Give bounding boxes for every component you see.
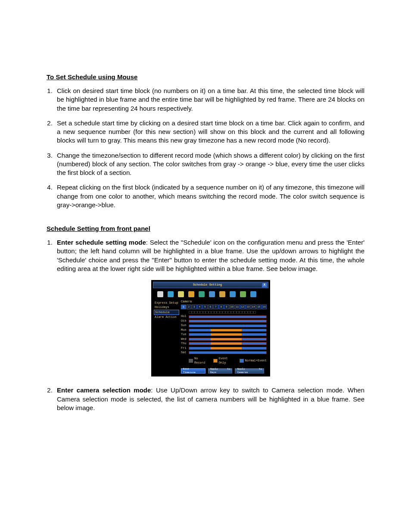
time-segment[interactable]	[211, 347, 242, 349]
camera-number-row[interactable]: 12345678910111213141516	[181, 305, 267, 309]
camera-cell[interactable]: 7	[213, 305, 218, 309]
time-segment[interactable]	[189, 338, 211, 340]
camera-cell[interactable]: 2	[187, 305, 192, 309]
legend-swatch	[189, 359, 193, 363]
time-segment[interactable]	[242, 333, 266, 336]
camera-cell[interactable]: 5	[202, 305, 208, 309]
time-segment[interactable]	[189, 325, 266, 327]
step-mouse-1: Click on desired start time block (no nu…	[54, 87, 364, 113]
time-segment[interactable]	[189, 320, 266, 322]
schedule-row[interactable]: Wed	[181, 337, 267, 341]
schedule-row[interactable]: Sat	[181, 351, 267, 355]
toolbar-icon[interactable]	[250, 291, 256, 297]
day-label: Hol	[181, 314, 189, 318]
camera-cell[interactable]: 15	[256, 305, 262, 309]
step-fp-1-bold: Enter schedule setting mode	[57, 239, 146, 246]
camera-cell[interactable]: 3	[192, 305, 197, 309]
toolbar-icon[interactable]	[209, 291, 215, 297]
camera-cell[interactable]: 6	[208, 305, 213, 309]
schedule-row[interactable]: Tue	[181, 333, 267, 336]
camera-cell[interactable]: 8	[219, 305, 224, 309]
time-segment[interactable]	[242, 329, 266, 331]
time-bar[interactable]	[189, 351, 267, 354]
camera-cell[interactable]: 16	[262, 305, 267, 309]
camera-cell[interactable]: 10	[230, 305, 235, 309]
time-bar[interactable]	[189, 347, 267, 350]
config-toolbar	[153, 289, 268, 300]
day-label: Mon	[181, 328, 189, 332]
day-label: Sun	[181, 324, 189, 327]
time-segment[interactable]	[189, 347, 211, 349]
schedule-row[interactable]: Thu	[181, 342, 267, 345]
time-segment[interactable]	[242, 347, 266, 349]
toolbar-icon[interactable]	[240, 291, 246, 297]
toolbar-icon[interactable]	[178, 291, 184, 297]
legend-item: Event Only	[213, 357, 237, 365]
window-titlebar: Schedule Setting X	[153, 282, 268, 288]
hour-scale	[189, 311, 267, 314]
schedule-row[interactable]: Fri	[181, 346, 267, 350]
day-label: Fri	[181, 346, 189, 350]
toolbar-icon[interactable]	[219, 291, 225, 297]
ol-frontpanel-steps: Enter schedule setting mode: Select the …	[54, 238, 364, 412]
sidebar-item-holidays[interactable]: Holidays	[154, 305, 179, 309]
sidebar-item-schedule[interactable]: Schedule	[154, 310, 179, 315]
sidebar-item-alarm-action[interactable]: Alarm Action	[154, 315, 179, 319]
time-bar[interactable]	[189, 338, 267, 341]
toolbar-icon[interactable]	[168, 291, 174, 297]
camera-cell[interactable]: 9	[224, 305, 229, 309]
time-bar[interactable]	[189, 315, 267, 318]
time-segment[interactable]	[189, 329, 211, 331]
time-segment[interactable]	[242, 338, 266, 340]
camera-cell[interactable]: 1	[181, 305, 186, 309]
legend-swatch	[213, 359, 218, 363]
schedule-row[interactable]: Mon	[181, 328, 267, 332]
schedule-row[interactable]: Oth	[181, 319, 267, 323]
legend-item: Normal+Event	[240, 357, 267, 365]
day-label: Wed	[181, 337, 189, 341]
time-segment[interactable]	[189, 316, 266, 318]
apply-to-days-button[interactable]: Apply to Days	[208, 368, 233, 373]
day-label: Oth	[181, 319, 189, 323]
time-segment[interactable]	[189, 352, 266, 354]
time-segment[interactable]	[211, 329, 242, 331]
apply-to-cameras-button[interactable]: Apply to Cameras	[235, 368, 264, 373]
camera-label: Camera	[181, 300, 267, 304]
close-icon[interactable]: X	[262, 283, 268, 288]
time-bar[interactable]	[189, 329, 267, 332]
camera-cell[interactable]: 4	[197, 305, 202, 309]
time-segment[interactable]	[211, 338, 242, 340]
time-segment[interactable]	[211, 342, 242, 345]
day-label: Sat	[181, 351, 189, 355]
time-segment[interactable]	[189, 333, 211, 336]
schedule-grid[interactable]: HolOthSunMonTueWedThuFriSat	[181, 314, 267, 355]
time-segment[interactable]	[242, 342, 266, 345]
time-bar[interactable]	[189, 324, 267, 327]
camera-cell[interactable]: 13	[246, 305, 251, 309]
step-mouse-3: Change the timezone/section to different…	[54, 151, 364, 177]
step-mouse-4: Repeat clicking on the first block (indi…	[54, 183, 364, 209]
camera-cell[interactable]: 11	[235, 305, 240, 309]
camera-cell[interactable]: 14	[251, 305, 256, 309]
time-segment[interactable]	[211, 333, 242, 336]
time-segment[interactable]	[189, 342, 211, 345]
time-bar[interactable]	[189, 342, 267, 345]
toolbar-icon[interactable]	[199, 291, 205, 297]
sidebar-item-express-setup[interactable]: Express Setup	[154, 301, 179, 305]
toolbar-icon[interactable]	[188, 291, 194, 297]
action-button-row: Edit TimezoneApply to DaysApply to Camer…	[181, 368, 267, 373]
edit-timezone-button[interactable]: Edit Timezone	[181, 368, 206, 373]
ol-mouse-steps: Click on desired start time block (no nu…	[54, 87, 364, 209]
hour-cell	[253, 311, 256, 314]
step-fp-1: Enter schedule setting mode: Select the …	[54, 238, 364, 376]
config-sidebar: Express SetupHolidaysScheduleAlarm Actio…	[153, 300, 180, 373]
schedule-setting-screenshot: Schedule Setting X Express SetupHolidays…	[151, 280, 270, 376]
schedule-row[interactable]: Sun	[181, 324, 267, 327]
legend-label: Normal+Event	[245, 359, 267, 363]
time-bar[interactable]	[189, 320, 267, 323]
camera-cell[interactable]: 12	[240, 305, 246, 309]
schedule-row[interactable]: Hol	[181, 314, 267, 318]
time-bar[interactable]	[189, 333, 267, 336]
toolbar-icon[interactable]	[230, 291, 236, 297]
toolbar-icon[interactable]	[157, 291, 163, 297]
